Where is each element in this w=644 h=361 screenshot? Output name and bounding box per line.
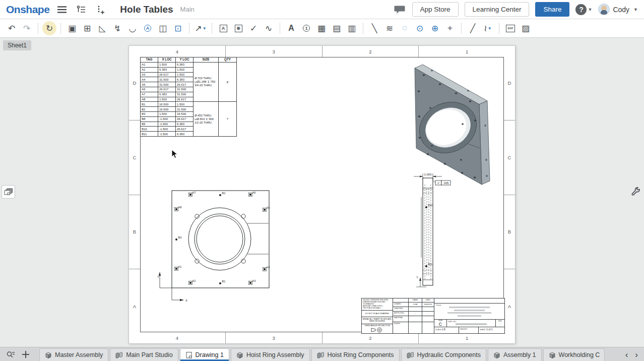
sheets-panel-button[interactable] [2,185,15,199]
user-menu[interactable]: Cody ▼ [598,4,638,15]
zone-label: C [504,121,515,195]
zone-label: D [129,46,140,121]
centerline-tangent-icon[interactable]: ≋ [382,21,397,35]
workspace-name: Main [180,6,195,13]
update-icon[interactable]: ↻ [42,21,57,35]
tab-assembly-1[interactable]: Assembly 1 [488,348,542,361]
comments-button[interactable] [393,3,406,16]
side-view[interactable]: 1.000 // .005 Y [411,169,459,303]
tab-label: Hydraulic Components [417,351,481,358]
hole-qty: 7 [219,102,237,137]
undo-icon[interactable]: ↶ [4,21,19,35]
zone-label: 1 [419,46,515,57]
properties-panel-button[interactable] [629,185,642,199]
tab-hoist-ring-assembly[interactable]: Hoist Ring Assembly [231,348,310,361]
help-menu[interactable]: ? ▼ [575,4,592,15]
datum-icon[interactable]: ⊕ [231,21,246,35]
centerline-icon[interactable]: ╲ [367,21,382,35]
hole-callout-label: A5 [267,206,270,209]
surface-finish-icon[interactable]: ✓ [246,21,261,35]
zone-label: A [129,269,140,343]
geometric-tolerance-icon[interactable]: A [216,21,231,35]
drawing-sheet[interactable]: 4321 4321 DCBA DCBA TAGX LOCY LOCSIZEQTY… [128,45,516,344]
section-view-icon[interactable]: ↯ [110,21,125,35]
tab-main-part-studio[interactable]: Main Part Studio [110,348,178,361]
hole-qty: 8 [219,63,237,102]
hole-size-spec: Ø.703 THRU⊔Ø1.188 ↧.7503/4-20 THRU [194,63,219,102]
element-tab-bar: Master AssemblyMain Part StudioDrawing 1… [0,347,644,361]
part-studio-icon [407,351,414,359]
new-tab-button[interactable] [18,348,33,361]
tab-label: Main Part Studio [126,351,172,358]
sketch-line-icon[interactable]: ╱ [465,21,480,35]
drawing-icon [185,351,192,359]
insert-new-element-button[interactable] [94,3,107,16]
toolbar-separator [212,23,212,34]
part-studio-icon [115,351,123,359]
user-name: Cody [613,6,629,14]
insert-image-icon[interactable]: ▨ [518,21,533,35]
tab-master-assembly[interactable]: Master Assembly [39,348,108,361]
projection-note: THIRD ANGLE PROJECTION [362,324,393,333]
side-axis-y-label: Y [416,276,418,279]
insert-view-icon[interactable]: ▣ [65,21,80,35]
point-line-icon[interactable]: + [442,21,458,35]
hole-callout-label: B1 [222,280,226,283]
zone-label: 4 [129,46,226,57]
auxiliary-view-icon[interactable]: ◺ [95,21,110,35]
zone-labels-bottom: 4321 [129,332,515,343]
front-axis-y-label: Y [157,275,159,278]
sketch-spline-icon[interactable]: ≀▼ [480,21,495,35]
note-icon[interactable]: A [284,21,299,35]
toolbar-separator [189,23,189,34]
center-mark-circle-icon[interactable]: ⊙ [412,21,427,35]
weld-symbol-icon[interactable]: ∿ [261,21,276,35]
redo-icon[interactable]: ↷ [19,21,34,35]
broken-view-icon[interactable]: ◫ [155,21,170,35]
tab-hydraulic-components[interactable]: Hydraulic Components [401,348,486,361]
detail-view-icon[interactable]: A [140,21,155,35]
app-store-button[interactable]: App Store [412,2,459,17]
break-edges-note: BREAK ALL SHARP EDGES AND REMOVE BURRS [362,317,393,324]
versions-button[interactable] [75,3,88,16]
hole-callout-dot [175,208,177,210]
zone-label: 2 [323,46,419,57]
assembly-icon [45,351,52,359]
tab-workholding-c[interactable]: Workholding C [543,348,605,361]
hole-table-icon[interactable]: ▤ [329,21,344,35]
drawing-toolbar: ↶↷↻▣⊞◺↯◡A◫⊡↗▼A⊕✓∿A1▦▤▥╲≋◌⊙⊕+╱≀▼DXF▨ [0,19,644,38]
crop-view-icon[interactable]: ⊡ [170,21,185,35]
tabs-scroll-left-button[interactable]: ‹ [625,350,628,359]
main-menu-button[interactable] [55,3,69,16]
projected-view-icon[interactable]: ⊞ [80,21,95,35]
share-button[interactable]: Share [535,2,569,17]
tab-hoist-ring-components[interactable]: Hoist Ring Components [311,348,400,361]
export-dxf-icon[interactable]: DXF [503,21,518,35]
detail-cut-icon[interactable]: ◡ [125,21,140,35]
hole-callout-label: B2 [222,192,226,195]
tabs-scroll-right-button[interactable]: › [635,350,638,359]
sheet-tab[interactable]: Sheet1 [3,40,31,50]
zone-label: 2 [323,332,419,343]
hole-table-view[interactable]: TAGX LOCY LOCSIZEQTYA11.5006.383Ø.703 TH… [140,57,237,137]
material-label: MATERIAL [393,316,408,322]
hole-callout-label: B3 [178,236,182,239]
hole-callout-label: A2 [192,279,196,282]
dimension-icon[interactable]: ↗▼ [193,21,208,35]
tab-drawing-1[interactable]: Drawing 1 [180,348,229,361]
hole-table-header: Y LOC [176,57,194,63]
bom-table-icon[interactable]: ▥ [344,21,359,35]
onshape-logo[interactable]: Onshape [6,4,49,16]
center-mark-pattern-icon[interactable]: ◌ [397,21,412,35]
center-mark-icon[interactable]: ⊕ [427,21,442,35]
hole-callout-dot [425,206,427,208]
drawing-canvas[interactable]: Sheet1 4321 4321 DCBA DCBA TAGX LOCY LOC… [0,38,644,347]
tab-label: Workholding C [559,351,600,358]
table-icon[interactable]: ▦ [314,21,329,35]
callout-icon[interactable]: 1 [299,21,314,35]
front-view[interactable]: Y X A7B2A6A8A5B3A1A4A2B1A3 [157,187,288,306]
hole-callout-label: A4 [267,266,270,269]
search-tabs-button[interactable] [3,348,18,361]
learning-center-button[interactable]: Learning Center [465,2,530,17]
title-block: UNLESS OTHERWISE SPECIFIED: DIMENSIONS A… [361,298,505,334]
